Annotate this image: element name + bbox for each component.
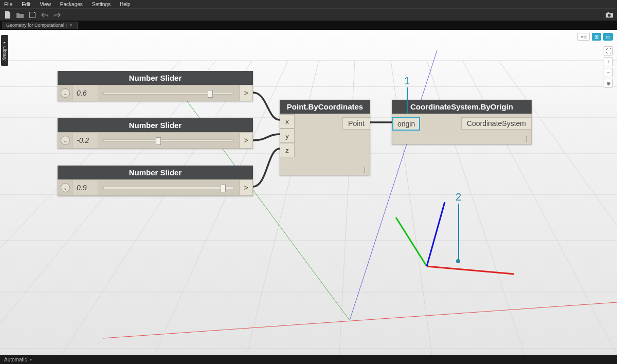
svg-line-25 — [396, 217, 427, 266]
expand-toggle[interactable]: ⌄ — [58, 180, 72, 195]
zoom-fit-button[interactable]: ⛶ — [604, 46, 613, 56]
view-3d-button[interactable]: ⊞ — [592, 33, 601, 41]
view-graph-button[interactable]: ▭ — [603, 33, 613, 41]
input-port-origin[interactable]: origin — [392, 117, 420, 131]
menu-view[interactable]: View — [40, 2, 51, 7]
slider-thumb[interactable] — [156, 137, 161, 145]
annotation-1-line — [407, 87, 408, 114]
input-port-y[interactable]: y — [280, 129, 295, 143]
node-number-slider-3[interactable]: Number Slider ⌄ 0.9 > — [58, 166, 253, 196]
expand-right-icon: ▸ — [3, 40, 7, 45]
output-port[interactable]: > — [239, 133, 252, 148]
view-nav-button[interactable]: ⚭⎋ — [577, 33, 590, 41]
node-number-slider-1[interactable]: Number Slider ⌄ 0.6 > — [58, 71, 253, 101]
svg-line-23 — [350, 50, 437, 320]
svg-line-21 — [103, 302, 617, 338]
open-file-icon[interactable] — [16, 11, 24, 19]
dropdown-caret-icon: ▾ — [30, 357, 32, 362]
zoom-in-button[interactable]: + — [604, 57, 613, 66]
annotation-2-label: 2 — [456, 191, 461, 203]
expand-toggle[interactable]: ⌄ — [58, 85, 72, 101]
svg-line-7 — [154, 61, 288, 355]
lacing-indicator: | — [524, 135, 528, 142]
output-port-coordinatesystem[interactable]: CoordinateSystem — [461, 117, 531, 130]
workspace-canvas[interactable]: ▸ Library ⚭⎋ ⊞ ▭ ⛶ + − ⊕ Number Slider ⌄… — [0, 30, 617, 355]
document-tab[interactable]: Geometry for Computational I ✕ — [2, 22, 78, 29]
slider-thumb[interactable] — [221, 185, 226, 192]
svg-line-24 — [427, 266, 514, 274]
node-coordinatesystem-byorigin[interactable]: CoordinateSystem.ByOrigin origin Coordin… — [392, 100, 532, 144]
svg-line-6 — [62, 61, 252, 355]
svg-line-5 — [0, 61, 216, 355]
slider-value[interactable]: 0.6 — [72, 85, 98, 101]
zoom-controls: ⛶ + − ⊕ — [604, 46, 613, 88]
output-port-point[interactable]: Point — [342, 117, 370, 130]
slider-track[interactable] — [98, 85, 239, 101]
node-point-bycoordinates[interactable]: Point.ByCoordinates x y z Point | — [280, 100, 370, 175]
slider-track[interactable] — [98, 133, 239, 148]
output-port[interactable]: > — [239, 85, 252, 101]
new-file-icon[interactable] — [4, 11, 11, 19]
slider-thumb[interactable] — [208, 90, 213, 98]
document-tab-title: Geometry for Computational I — [6, 23, 67, 28]
library-panel-toggle[interactable]: ▸ Library — [1, 35, 8, 66]
library-label: Library — [2, 46, 7, 61]
menu-packages[interactable]: Packages — [60, 2, 83, 7]
close-tab-icon[interactable]: ✕ — [69, 23, 73, 28]
node-header: Number Slider — [58, 118, 253, 132]
menu-file[interactable]: File — [4, 2, 12, 7]
output-port[interactable]: > — [239, 180, 252, 195]
lacing-indicator: | — [363, 166, 367, 173]
input-port-x[interactable]: x — [280, 114, 295, 129]
slider-value[interactable]: -0.2 — [72, 133, 98, 148]
slider-track[interactable] — [98, 180, 239, 195]
annotation-2-line — [458, 204, 459, 260]
menu-bar: File Edit View Packages Settings Help — [0, 0, 617, 8]
annotation-1-label: 1 — [404, 75, 410, 87]
redo-icon[interactable] — [53, 11, 61, 19]
chevron-down-icon: ⌄ — [61, 88, 70, 98]
svg-line-26 — [427, 202, 445, 266]
save-icon[interactable] — [29, 11, 36, 19]
zoom-extra-button[interactable]: ⊕ — [604, 79, 613, 88]
node-header: Point.ByCoordinates — [280, 100, 370, 114]
zoom-out-button[interactable]: − — [604, 68, 613, 77]
node-header: Number Slider — [58, 71, 253, 85]
node-header: Number Slider — [58, 166, 253, 179]
node-header: CoordinateSystem.ByOrigin — [392, 100, 532, 114]
slider-value[interactable]: 0.9 — [72, 180, 98, 195]
chevron-down-icon: ⌄ — [61, 183, 70, 192]
camera-icon[interactable] — [606, 11, 613, 19]
view-mode-buttons: ⚭⎋ ⊞ ▭ — [577, 33, 613, 41]
menu-settings[interactable]: Settings — [92, 2, 111, 7]
run-mode-dropdown[interactable]: Automatic — [4, 357, 27, 362]
node-number-slider-2[interactable]: Number Slider ⌄ -0.2 > — [58, 118, 253, 149]
svg-point-1 — [608, 14, 610, 16]
document-tab-bar: Geometry for Computational I ✕ — [0, 21, 617, 30]
toolbar — [0, 8, 617, 21]
svg-rect-2 — [608, 12, 610, 13]
menu-edit[interactable]: Edit — [22, 2, 30, 7]
undo-icon[interactable] — [41, 11, 48, 19]
status-bar: Automatic ▾ — [0, 355, 617, 364]
chevron-down-icon: ⌄ — [61, 136, 70, 145]
menu-help[interactable]: Help — [120, 2, 131, 7]
input-port-z[interactable]: z — [280, 143, 295, 157]
expand-toggle[interactable]: ⌄ — [58, 133, 72, 148]
annotation-2-dot — [456, 259, 460, 263]
